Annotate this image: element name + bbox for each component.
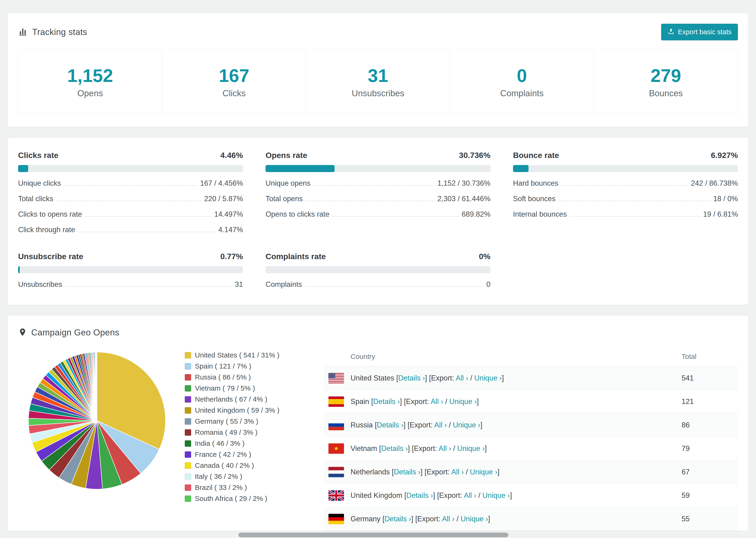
- geo-total-value: 121: [681, 398, 733, 406]
- legend-label: United Kingdom ( 59 / 3% ): [195, 406, 279, 414]
- rate-progress-fill: [266, 165, 335, 172]
- rate-row-value: 220 / 5.87%: [204, 194, 243, 203]
- rate-block-clicks-rate: Clicks rate4.46%Unique clicks167 / 4.456…: [18, 151, 243, 234]
- export-all-link[interactable]: All ›: [442, 515, 454, 523]
- geo-table-row: Russia [Details ›] [Export: All › / Uniq…: [324, 413, 738, 437]
- rate-row: Total opens2,303 / 61.446%: [266, 194, 490, 203]
- legend-item: Vietnam ( 79 / 5% ): [185, 384, 321, 392]
- rate-progress-track: [266, 165, 490, 172]
- export-prefix: ] [Export:: [408, 444, 439, 453]
- flag-nl-icon: [328, 467, 344, 477]
- export-unique-link[interactable]: Unique ›: [482, 491, 510, 500]
- rate-row: Unsubscribes31: [18, 280, 243, 289]
- link-separator: /: [455, 515, 460, 523]
- stat-label: Complaints: [450, 88, 594, 98]
- geo-total-value: 55: [681, 515, 733, 523]
- rate-row: Internal bounces19 / 6.81%: [513, 210, 738, 219]
- export-icon: [668, 28, 675, 36]
- tracking-stats-card: Tracking stats Export basic stats 1,152O…: [8, 13, 748, 127]
- legend-swatch: [185, 496, 191, 502]
- export-basic-stats-button[interactable]: Export basic stats: [661, 24, 738, 40]
- rate-progress-fill: [18, 165, 28, 172]
- details-link[interactable]: Details ›: [394, 468, 420, 476]
- export-unique-link[interactable]: Unique ›: [474, 374, 502, 382]
- details-link[interactable]: Details ›: [406, 491, 433, 500]
- export-unique-link[interactable]: Unique ›: [457, 444, 485, 453]
- export-prefix: ] [Export:: [411, 515, 442, 523]
- rate-row-label: Clicks to opens rate: [18, 210, 82, 219]
- rate-row-value: 689.82%: [462, 210, 490, 219]
- legend-swatch: [185, 462, 191, 469]
- stat-value: 31: [306, 67, 450, 85]
- flag-vn-icon: [328, 443, 344, 454]
- legend-swatch: [185, 352, 191, 358]
- export-all-link[interactable]: All ›: [456, 374, 468, 382]
- export-unique-link[interactable]: Unique ›: [449, 398, 477, 405]
- link-separator: /: [464, 468, 470, 476]
- details-link[interactable]: Details ›: [381, 444, 408, 453]
- rate-head: Bounce rate6.927%: [513, 151, 738, 160]
- export-unique-link[interactable]: Unique ›: [470, 468, 497, 476]
- legend-swatch: [185, 363, 191, 369]
- rate-row-label: Soft bounces: [513, 194, 556, 203]
- rates-grid: Clicks rate4.46%Unique clicks167 / 4.456…: [18, 151, 738, 289]
- country-name: United Kingdom: [351, 491, 404, 500]
- country-cell: Russia [Details ›] [Export: All › / Uniq…: [351, 421, 681, 429]
- stat-value: 1,152: [18, 67, 162, 85]
- stat-value: 0: [450, 67, 594, 85]
- legend-item: South Africa ( 29 / 2% ): [185, 495, 321, 503]
- flag-us-icon: [328, 373, 344, 383]
- details-link[interactable]: Details ›: [373, 398, 400, 405]
- rate-head: Complaints rate0%: [266, 252, 490, 261]
- rate-value: 4.46%: [220, 151, 243, 160]
- export-all-link[interactable]: All ›: [451, 468, 464, 476]
- rate-block-complaints-rate: Complaints rate0%Complaints0: [266, 252, 490, 289]
- rate-row: Soft bounces18 / 0%: [513, 194, 738, 203]
- stat-label: Clicks: [162, 88, 306, 98]
- rate-title: Bounce rate: [513, 151, 559, 160]
- geo-table-header-total: Total: [681, 352, 733, 360]
- tracking-stats-title-wrap: Tracking stats: [18, 27, 87, 37]
- legend-label: Russia ( 86 / 5% ): [195, 373, 251, 381]
- rate-row-label: Total clicks: [18, 194, 53, 203]
- export-all-link[interactable]: All ›: [434, 421, 447, 429]
- legend-swatch: [185, 484, 191, 491]
- dotted-leader: [306, 201, 435, 201]
- rate-row-label: Complaints: [266, 280, 302, 289]
- geo-total-value: 67: [681, 468, 733, 476]
- rate-head: Clicks rate4.46%: [18, 151, 243, 160]
- horizontal-scrollbar-thumb[interactable]: [238, 533, 508, 537]
- country-name: Germany: [351, 515, 382, 523]
- export-prefix: ] [Export:: [433, 491, 464, 500]
- rate-row-value: 0: [486, 280, 490, 289]
- export-unique-link[interactable]: Unique ›: [460, 515, 488, 523]
- bracket: [: [404, 491, 406, 500]
- legend-swatch: [185, 385, 191, 392]
- rate-progress-track: [513, 165, 738, 172]
- legend-item: Canada ( 40 / 2% ): [185, 461, 321, 469]
- export-all-link[interactable]: All ›: [439, 444, 451, 453]
- bracket: ]: [497, 468, 499, 476]
- export-unique-link[interactable]: Unique ›: [453, 421, 480, 429]
- details-link[interactable]: Details ›: [385, 515, 411, 523]
- details-link[interactable]: Details ›: [398, 374, 425, 382]
- dotted-leader: [558, 201, 711, 201]
- geo-table-row: Netherlands [Details ›] [Export: All › /…: [324, 460, 738, 484]
- country-name: United States: [351, 374, 396, 382]
- legend-item: Spain ( 121 / 7% ): [185, 362, 321, 370]
- rate-head: Opens rate30.736%: [266, 151, 490, 160]
- details-link[interactable]: Details ›: [377, 421, 404, 429]
- dotted-leader: [56, 201, 201, 201]
- legend-item: Russia ( 86 / 5% ): [185, 373, 321, 381]
- legend-label: United States ( 541 / 31% ): [195, 351, 279, 359]
- stat-cell-complaints: 0Complaints: [450, 50, 594, 113]
- rate-row-label: Unique clicks: [18, 179, 61, 188]
- export-all-link[interactable]: All ›: [464, 491, 476, 500]
- geo-total-value: 59: [681, 491, 733, 500]
- export-basic-stats-label: Export basic stats: [678, 28, 731, 36]
- rate-row-value: 19 / 6.81%: [703, 210, 738, 219]
- legend-swatch: [185, 429, 191, 436]
- export-all-link[interactable]: All ›: [431, 398, 443, 405]
- rates-card: Clicks rate4.46%Unique clicks167 / 4.456…: [8, 137, 748, 305]
- stat-label: Unsubscribes: [306, 88, 450, 98]
